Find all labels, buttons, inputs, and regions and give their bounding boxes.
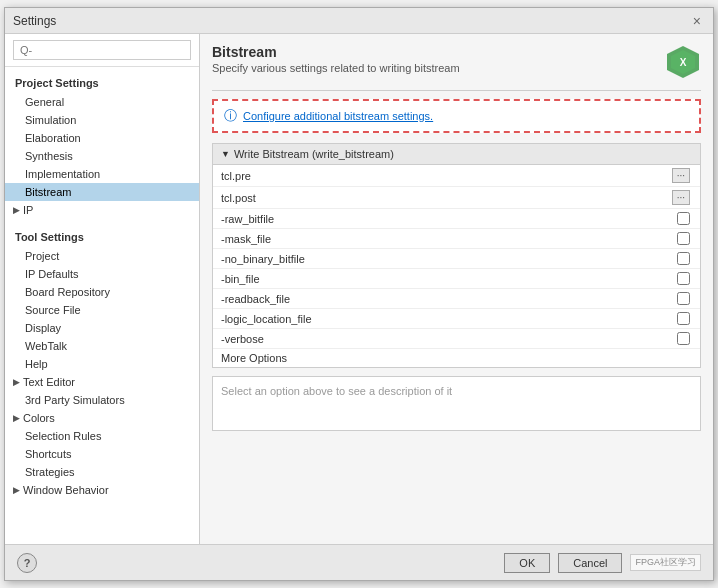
search-bar <box>5 34 199 67</box>
option-control-readback-file <box>413 289 700 309</box>
nav-item-implementation[interactable]: Implementation <box>5 165 199 183</box>
nav-item-general[interactable]: General <box>5 93 199 111</box>
table-row: -mask_file <box>213 229 700 249</box>
browse-tcl-pre-button[interactable]: ··· <box>672 168 690 183</box>
bottom-bar: ? OK Cancel FPGA社区学习 <box>5 544 713 580</box>
watermark: FPGA社区学习 <box>630 554 701 571</box>
table-row: -no_binary_bitfile <box>213 249 700 269</box>
nav-item-help[interactable]: Help <box>5 355 199 373</box>
description-placeholder: Select an option above to see a descript… <box>221 385 452 397</box>
content-area: Project Settings General Simulation Elab… <box>5 34 713 544</box>
nav-item-elaboration[interactable]: Elaboration <box>5 129 199 147</box>
bottom-right: OK Cancel FPGA社区学习 <box>504 553 701 573</box>
nav-item-colors[interactable]: ▶ Colors <box>5 409 199 427</box>
option-control-bin-file <box>413 269 700 289</box>
nav-item-shortcuts[interactable]: Shortcuts <box>5 445 199 463</box>
right-panel: Bitstream Specify various settings relat… <box>200 34 713 544</box>
option-label-verbose: -verbose <box>213 329 413 349</box>
text-editor-arrow-icon: ▶ <box>13 377 20 387</box>
tool-settings-label: Tool Settings <box>5 229 199 247</box>
nav-item-source-file[interactable]: Source File <box>5 301 199 319</box>
option-label-tcl-pre: tcl.pre <box>213 165 413 187</box>
titlebar: Settings × <box>5 8 713 34</box>
more-options[interactable]: More Options <box>213 349 700 367</box>
option-label-bin-file: -bin_file <box>213 269 413 289</box>
nav-item-selection-rules[interactable]: Selection Rules <box>5 427 199 445</box>
section-header: ▼ Write Bitstream (write_bitstream) <box>213 144 700 165</box>
close-button[interactable]: × <box>689 13 705 29</box>
window-behavior-arrow-icon: ▶ <box>13 485 20 495</box>
description-box: Select an option above to see a descript… <box>212 376 701 431</box>
table-row: -verbose <box>213 329 700 349</box>
colors-arrow-icon: ▶ <box>13 413 20 423</box>
option-control-raw-bitfile <box>413 209 700 229</box>
option-label-raw-bitfile: -raw_bitfile <box>213 209 413 229</box>
nav-item-ip-label: IP <box>23 204 33 216</box>
settings-window: Settings × Project Settings General Simu… <box>4 7 714 581</box>
option-control-tcl-pre: ··· <box>413 165 700 187</box>
nav-item-board-repository[interactable]: Board Repository <box>5 283 199 301</box>
option-control-logic-location <box>413 309 700 329</box>
table-row: -bin_file <box>213 269 700 289</box>
project-settings-label: Project Settings <box>5 75 199 93</box>
options-table: tcl.pre ··· tcl.post ··· -ra <box>213 165 700 349</box>
checkbox-bin-file[interactable] <box>677 272 690 285</box>
table-row: -logic_location_file <box>213 309 700 329</box>
browse-tcl-post-button[interactable]: ··· <box>672 190 690 205</box>
nav-item-window-behavior-label: Window Behavior <box>23 484 109 496</box>
configure-link[interactable]: Configure additional bitstream settings. <box>243 110 433 122</box>
xilinx-logo-icon: X <box>665 44 701 80</box>
table-row: -raw_bitfile <box>213 209 700 229</box>
nav-item-display[interactable]: Display <box>5 319 199 337</box>
option-label-mask-file: -mask_file <box>213 229 413 249</box>
checkbox-logic-location[interactable] <box>677 312 690 325</box>
table-row: tcl.post ··· <box>213 187 700 209</box>
section-title: Write Bitstream (write_bitstream) <box>234 148 394 160</box>
nav-item-colors-label: Colors <box>23 412 55 424</box>
bottom-left: ? <box>17 553 37 573</box>
right-header: Bitstream Specify various settings relat… <box>212 44 701 80</box>
option-control-no-binary-bitfile <box>413 249 700 269</box>
nav-item-ip[interactable]: ▶ IP <box>5 201 199 219</box>
option-control-mask-file <box>413 229 700 249</box>
nav-item-text-editor-label: Text Editor <box>23 376 75 388</box>
nav-item-simulation[interactable]: Simulation <box>5 111 199 129</box>
nav-item-window-behavior[interactable]: ▶ Window Behavior <box>5 481 199 499</box>
checkbox-no-binary-bitfile[interactable] <box>677 252 690 265</box>
nav-item-strategies[interactable]: Strategies <box>5 463 199 481</box>
checkbox-verbose[interactable] <box>677 332 690 345</box>
nav-item-ip-defaults[interactable]: IP Defaults <box>5 265 199 283</box>
left-panel: Project Settings General Simulation Elab… <box>5 34 200 544</box>
bitstream-section: ▼ Write Bitstream (write_bitstream) tcl.… <box>212 143 701 368</box>
tool-settings-section: Tool Settings Project IP Defaults Board … <box>5 221 199 501</box>
right-header-text: Bitstream Specify various settings relat… <box>212 44 460 74</box>
option-label-logic-location: -logic_location_file <box>213 309 413 329</box>
cancel-button[interactable]: Cancel <box>558 553 622 573</box>
ip-arrow-icon: ▶ <box>13 205 20 215</box>
ok-button[interactable]: OK <box>504 553 550 573</box>
search-input[interactable] <box>13 40 191 60</box>
checkbox-readback-file[interactable] <box>677 292 690 305</box>
divider <box>212 90 701 91</box>
section-arrow-icon: ▼ <box>221 149 230 159</box>
info-icon: ⓘ <box>224 107 237 125</box>
right-subtitle: Specify various settings related to writ… <box>212 62 460 74</box>
option-label-readback-file: -readback_file <box>213 289 413 309</box>
option-label-tcl-post: tcl.post <box>213 187 413 209</box>
right-title: Bitstream <box>212 44 460 60</box>
table-row: -readback_file <box>213 289 700 309</box>
nav-item-project[interactable]: Project <box>5 247 199 265</box>
nav-item-3rd-party[interactable]: 3rd Party Simulators <box>5 391 199 409</box>
checkbox-raw-bitfile[interactable] <box>677 212 690 225</box>
nav-item-webtalk[interactable]: WebTalk <box>5 337 199 355</box>
table-row: tcl.pre ··· <box>213 165 700 187</box>
option-control-verbose <box>413 329 700 349</box>
checkbox-mask-file[interactable] <box>677 232 690 245</box>
option-label-no-binary-bitfile: -no_binary_bitfile <box>213 249 413 269</box>
nav-item-synthesis[interactable]: Synthesis <box>5 147 199 165</box>
nav-item-bitstream[interactable]: Bitstream <box>5 183 199 201</box>
nav-item-text-editor[interactable]: ▶ Text Editor <box>5 373 199 391</box>
help-button[interactable]: ? <box>17 553 37 573</box>
configure-box: ⓘ Configure additional bitstream setting… <box>212 99 701 133</box>
project-settings-section: Project Settings General Simulation Elab… <box>5 67 199 221</box>
